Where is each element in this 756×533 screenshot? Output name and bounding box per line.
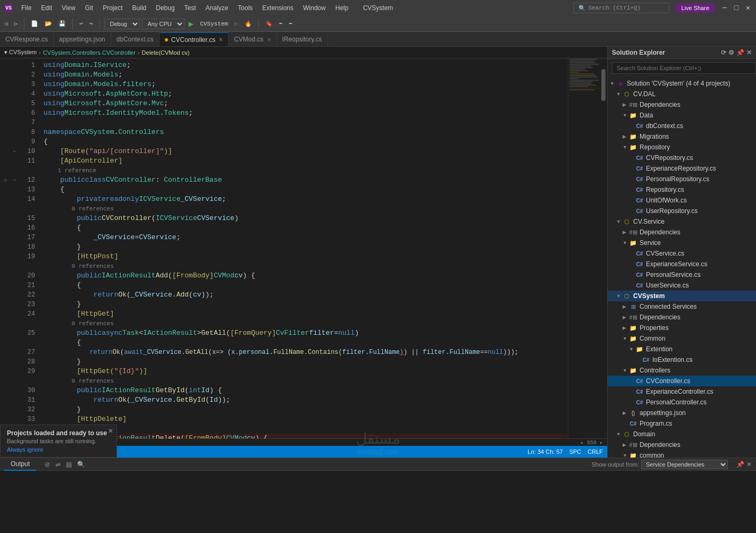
search-box[interactable]: 🔍 Search (Ctrl+Q) <box>574 3 669 13</box>
output-clear-btn[interactable]: ⊘ <box>43 461 52 468</box>
cpu-config-dropdown[interactable]: Any CPU <box>142 19 184 29</box>
toolbar-hot-reload[interactable]: 🔥 <box>242 19 254 28</box>
se-extention-expand[interactable]: ▼ <box>629 346 635 352</box>
code-editor[interactable]: using Domain.IService; using Domain.Mode… <box>39 58 568 438</box>
se-cvservice-deps[interactable]: ▶ #⊞ Dependencies <box>608 227 756 238</box>
se-repository-expand[interactable]: ▼ <box>623 145 629 150</box>
toolbar-open[interactable]: 📂 <box>43 19 54 28</box>
se-userrepository[interactable]: C# UserRepository.cs <box>608 206 756 216</box>
menu-window[interactable]: Window <box>299 3 330 13</box>
se-connected-expand[interactable]: ▶ <box>623 304 629 309</box>
vertical-scrollbar[interactable] <box>600 58 607 438</box>
se-cvservice-project-expand[interactable]: ▼ <box>616 219 623 224</box>
se-cvrepository[interactable]: C# CVRepository.cs <box>608 153 756 163</box>
scroll-thumb[interactable] <box>601 69 606 101</box>
toolbar-back[interactable]: ◁ <box>2 19 10 28</box>
se-exprepository[interactable]: C# ExperianceRepository.cs <box>608 163 756 174</box>
menu-test[interactable]: Test <box>180 3 200 13</box>
se-userservice[interactable]: C# UserService.cs <box>608 280 756 291</box>
se-expcontroller[interactable]: C# ExperianceController.cs <box>608 386 756 397</box>
se-migrations[interactable]: ▶ 📁 Migrations <box>608 131 756 142</box>
tab-cvcontroller-close[interactable]: ✕ <box>219 37 223 43</box>
se-program[interactable]: C# Program.cs <box>608 418 756 429</box>
se-appsettings-expand[interactable]: ▶ <box>623 410 629 416</box>
se-solution[interactable]: ▼ ◈ Solution 'CVSystem' (4 of 4 projects… <box>608 78 756 89</box>
se-cvdal[interactable]: ▼ ⬡ CV.DAL <box>608 89 756 99</box>
tab-dbcontext[interactable]: dbContext.cs <box>111 32 159 46</box>
se-solution-expand[interactable]: ▼ <box>610 81 616 86</box>
se-domain-common[interactable]: ▼ 📁 common <box>608 450 756 458</box>
toolbar-bookmark[interactable]: 🔖 <box>263 19 275 28</box>
breadcrumb-namespace[interactable]: CVSystem.Controllers.CVController <box>43 49 136 56</box>
se-migrations-expand[interactable]: ▶ <box>623 134 629 139</box>
se-cvservice-cs[interactable]: C# CVService.cs <box>608 248 756 259</box>
menu-file[interactable]: File <box>17 3 36 13</box>
se-service-folder[interactable]: ▼ 📁 Service <box>608 238 756 248</box>
toolbar-new[interactable]: 📄 <box>29 19 40 28</box>
se-domain-common-expand[interactable]: ▼ <box>623 453 629 458</box>
toolbar-forward[interactable]: ▷ <box>12 19 20 28</box>
output-source-select[interactable]: Service Dependencies Build Debug Package… <box>641 460 728 469</box>
se-properties-expand[interactable]: ▶ <box>623 325 629 331</box>
toolbar-redo[interactable]: ↪ <box>87 19 95 28</box>
se-personalservice[interactable]: C# PersonalService.cs <box>608 269 756 280</box>
se-domain-deps-expand[interactable]: ▶ <box>623 442 629 447</box>
toolbar-undo[interactable]: ↩ <box>77 19 85 28</box>
toolbar-save[interactable]: 💾 <box>56 19 68 28</box>
se-cvdal-expand[interactable]: ▼ <box>616 91 623 97</box>
se-personalcontroller[interactable]: C# PersonalController.cs <box>608 397 756 408</box>
close-button[interactable]: ✕ <box>744 4 752 12</box>
menu-tools[interactable]: Tools <box>233 3 257 13</box>
se-cvsystem-expand[interactable]: ▼ <box>616 293 623 299</box>
se-close-btn[interactable]: ✕ <box>746 49 752 56</box>
se-common-folder[interactable]: ▼ 📁 Common <box>608 333 756 344</box>
se-cvdal-data-expand[interactable]: ▼ <box>623 113 629 118</box>
notification-close[interactable]: ✕ <box>108 427 113 435</box>
maximize-button[interactable]: □ <box>733 4 740 12</box>
se-appsettings[interactable]: ▶ {} appsettings.json <box>608 408 756 418</box>
tab-cvmod-close[interactable]: ✕ <box>267 37 271 43</box>
menu-git[interactable]: Git <box>81 3 97 13</box>
se-extention-folder[interactable]: ▼ 📁 Extention <box>608 344 756 354</box>
menu-build[interactable]: Build <box>128 3 151 13</box>
menu-help[interactable]: Help <box>331 3 353 13</box>
menu-edit[interactable]: Edit <box>37 3 56 13</box>
se-expservice[interactable]: C# ExperianceService.cs <box>608 259 756 269</box>
se-cvsystem-project[interactable]: ▼ ⬡ CVSystem <box>608 291 756 301</box>
se-settings-btn[interactable]: ⚙ <box>728 49 734 56</box>
breadcrumb-dropdown[interactable]: ▾ CVSystem <box>4 49 37 56</box>
se-cvcontroller[interactable]: C# CVController.cs <box>608 376 756 386</box>
output-tab-output[interactable]: Output <box>4 458 36 471</box>
se-sync-btn[interactable]: ⟳ <box>721 49 726 56</box>
se-personalrepository[interactable]: C# PersonalRepository.cs <box>608 174 756 184</box>
output-filter-btn[interactable]: ▤ <box>64 461 74 468</box>
se-domain-project[interactable]: ▼ ⬡ Domain <box>608 429 756 439</box>
debug-config-dropdown[interactable]: Debug <box>104 19 140 29</box>
live-share-button[interactable]: Live Share <box>676 3 715 13</box>
se-cvservice-project[interactable]: ▼ ⬡ CV.Service <box>608 216 756 227</box>
output-find-btn[interactable]: 🔍 <box>75 461 87 468</box>
solution-explorer-search[interactable] <box>612 62 756 74</box>
menu-analyze[interactable]: Analyze <box>201 3 233 13</box>
menu-debug[interactable]: Debug <box>152 3 179 13</box>
se-domain-deps[interactable]: ▶ #⊞ Dependencies <box>608 439 756 450</box>
se-cvservice-deps-expand[interactable]: ▶ <box>623 230 629 235</box>
se-service-folder-expand[interactable]: ▼ <box>623 240 629 246</box>
output-pin-btn[interactable]: 📌 <box>736 461 744 468</box>
se-controllers-expand[interactable]: ▼ <box>623 368 629 373</box>
se-pin-btn[interactable]: 📌 <box>736 49 744 56</box>
tab-cvmod[interactable]: CVMod.cs ✕ <box>229 32 276 46</box>
se-cvsystem-deps-expand[interactable]: ▶ <box>623 315 629 320</box>
tab-ireopsitory[interactable]: IReopsitory.cs <box>277 32 328 46</box>
minimize-button[interactable]: ─ <box>721 4 728 12</box>
tab-cvrespone[interactable]: CVRespone.cs <box>0 32 54 46</box>
se-cvdal-deps[interactable]: ▶ #⊞ Dependencies <box>608 99 756 110</box>
toolbar-run[interactable]: ▶ <box>187 18 196 30</box>
toolbar-nav2[interactable]: ➡ <box>287 19 295 28</box>
output-close-btn[interactable]: ✕ <box>746 461 752 468</box>
se-domain-expand[interactable]: ▼ <box>616 432 623 437</box>
menu-extensions[interactable]: Extensions <box>258 3 298 13</box>
se-repository-cs[interactable]: C# Repository.cs <box>608 184 756 195</box>
toolbar-step-over[interactable]: ▷ <box>232 19 240 28</box>
se-ioextention[interactable]: C# IoExtention.cs <box>608 354 756 365</box>
